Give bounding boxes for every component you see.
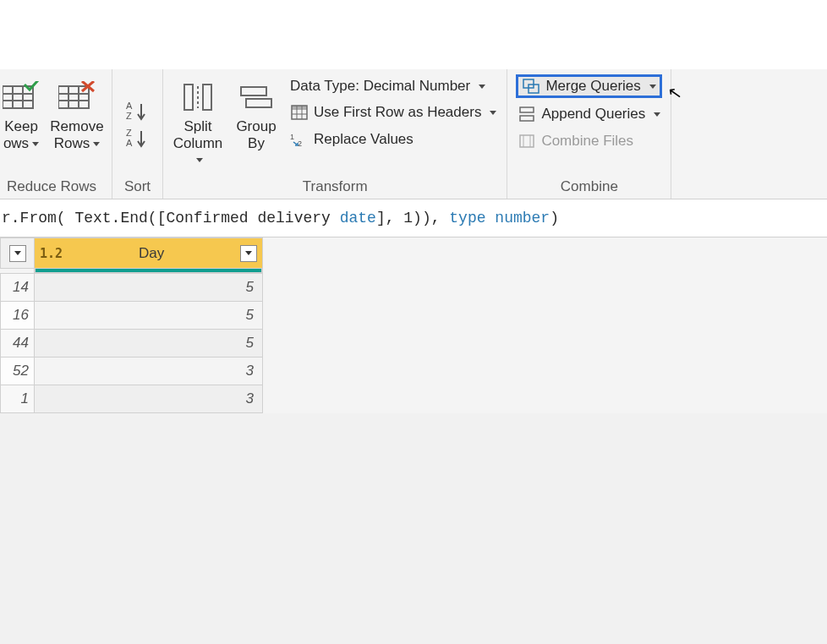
sort-desc-button[interactable]: Z A bbox=[126, 128, 150, 151]
row-index: 52 bbox=[1, 357, 35, 385]
combine-files-label: Combine Files bbox=[541, 133, 633, 150]
cell-value[interactable]: 3 bbox=[35, 385, 263, 413]
data-grid: 1.2 Day 14 5 16 5 44 5 52 3 1 bbox=[0, 237, 827, 413]
group-by-button[interactable]: Group By bbox=[233, 74, 280, 151]
svg-rect-21 bbox=[241, 87, 266, 96]
keep-rows-button[interactable]: Keep ows bbox=[0, 74, 42, 151]
formula-text-kw1: type bbox=[449, 210, 485, 226]
svg-text:A: A bbox=[126, 101, 133, 111]
replace-values-label: Replace Values bbox=[314, 131, 414, 148]
svg-rect-19 bbox=[203, 85, 211, 110]
svg-rect-24 bbox=[292, 106, 307, 110]
replace-values-icon: 1 2 bbox=[290, 130, 309, 149]
split-column-button[interactable]: Split Column bbox=[172, 74, 224, 168]
group-label-sort: Sort bbox=[121, 177, 154, 195]
table-row[interactable]: 16 5 bbox=[1, 302, 263, 330]
split-column-label: Split Column bbox=[172, 118, 224, 168]
svg-rect-22 bbox=[246, 99, 271, 107]
table-row[interactable]: 1 3 bbox=[1, 385, 263, 413]
ribbon: Keep ows Remove Rows Reduce Row bbox=[0, 69, 827, 199]
row-index-header[interactable] bbox=[1, 238, 35, 269]
group-by-label: Group By bbox=[236, 118, 276, 151]
combine-files-button: Combine Files bbox=[516, 130, 662, 152]
table-row[interactable]: 52 3 bbox=[1, 357, 263, 385]
append-queries-button[interactable]: Append Queries bbox=[516, 103, 662, 125]
first-row-headers-label: Use First Row as Headers bbox=[314, 104, 481, 121]
group-transform: Split Column Group By Data Type: Decimal… bbox=[163, 69, 507, 199]
remove-rows-button[interactable]: Remove Rows bbox=[51, 74, 103, 151]
data-type-label: Data Type: Decimal Number bbox=[290, 78, 470, 95]
row-index: 44 bbox=[1, 330, 35, 357]
cell-value[interactable]: 3 bbox=[35, 357, 263, 385]
cell-value[interactable]: 5 bbox=[35, 330, 263, 357]
column-filter-dropdown[interactable] bbox=[240, 245, 257, 262]
table-headers-icon bbox=[290, 103, 309, 122]
formula-text-post: ) bbox=[550, 210, 559, 226]
data-type-dropdown[interactable]: Data Type: Decimal Number bbox=[288, 76, 498, 96]
formula-text-kw2: number bbox=[495, 210, 550, 226]
cell-value[interactable]: 5 bbox=[35, 274, 263, 302]
group-reduce-rows: Keep ows Remove Rows Reduce Row bbox=[0, 69, 112, 199]
merge-queries-button[interactable]: Merge Queries bbox=[516, 74, 662, 98]
svg-rect-32 bbox=[520, 107, 534, 112]
svg-rect-18 bbox=[184, 85, 193, 110]
column-header-day[interactable]: 1.2 Day bbox=[35, 238, 263, 269]
append-queries-label: Append Queries bbox=[541, 106, 645, 123]
remove-rows-label: Remove Rows bbox=[50, 118, 103, 151]
merge-queries-icon bbox=[522, 77, 540, 96]
replace-values-button[interactable]: 1 2 Replace Values bbox=[288, 128, 498, 150]
group-label-reduce-rows: Reduce Rows bbox=[0, 177, 103, 195]
svg-text:2: 2 bbox=[298, 139, 302, 147]
remove-rows-icon bbox=[58, 76, 96, 117]
cell-value[interactable]: 5 bbox=[35, 302, 263, 330]
formula-text-field: date bbox=[340, 210, 376, 226]
formula-text-mid: ], 1)), bbox=[376, 210, 449, 226]
row-index: 16 bbox=[1, 302, 35, 330]
group-by-icon bbox=[239, 76, 273, 117]
column-name: Day bbox=[68, 245, 235, 262]
row-index: 1 bbox=[1, 385, 35, 413]
row-index-dropdown[interactable] bbox=[9, 245, 26, 262]
combine-files-icon bbox=[518, 132, 536, 150]
svg-text:Z: Z bbox=[126, 128, 132, 138]
group-sort: A Z Z A Sort bbox=[112, 69, 163, 199]
keep-rows-label: Keep ows bbox=[3, 118, 39, 151]
sort-asc-button[interactable]: A Z bbox=[126, 101, 150, 124]
svg-text:1: 1 bbox=[290, 133, 294, 141]
formula-bar[interactable]: r.From( Text.End([Confirmed delivery dat… bbox=[0, 199, 827, 237]
formula-text-pre: r.From( Text.End([Confirmed delivery bbox=[2, 210, 340, 226]
row-index: 14 bbox=[1, 274, 35, 302]
group-label-transform: Transform bbox=[172, 177, 498, 195]
svg-rect-33 bbox=[520, 116, 534, 121]
column-type-badge: 1.2 bbox=[40, 246, 63, 261]
merge-queries-label: Merge Queries bbox=[545, 78, 640, 95]
table-row[interactable]: 14 5 bbox=[1, 274, 263, 302]
svg-rect-34 bbox=[520, 135, 534, 147]
group-combine: Merge Queries Append Queries Combine Fil… bbox=[507, 69, 671, 199]
append-queries-icon bbox=[518, 105, 536, 123]
svg-text:Z: Z bbox=[126, 111, 132, 121]
column-quality-bar bbox=[35, 269, 262, 273]
table-row[interactable]: 44 5 bbox=[1, 330, 263, 357]
keep-rows-icon bbox=[3, 76, 40, 117]
split-column-icon bbox=[181, 76, 215, 117]
svg-text:A: A bbox=[126, 138, 133, 148]
group-label-combine: Combine bbox=[516, 177, 662, 195]
first-row-headers-button[interactable]: Use First Row as Headers bbox=[288, 101, 498, 123]
